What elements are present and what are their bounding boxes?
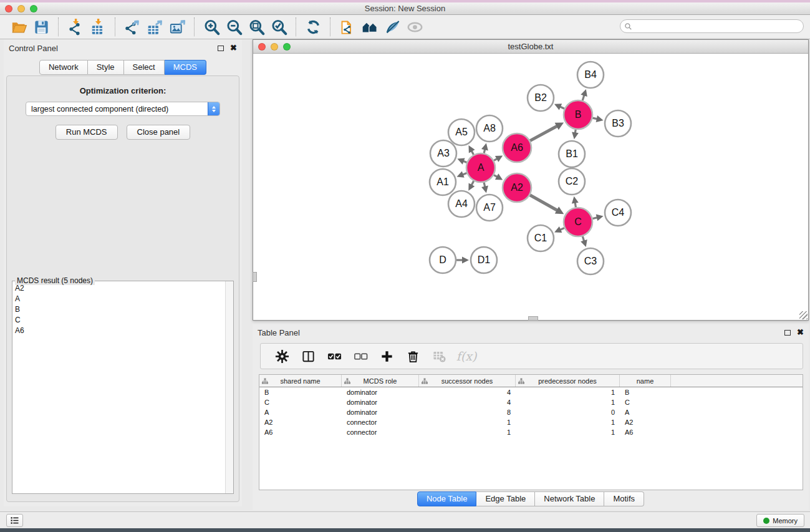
graph-node-D[interactable]: D [430,247,456,273]
graph-node-C1[interactable]: C1 [528,225,554,251]
import-table-button[interactable] [87,16,109,37]
tab-node-table[interactable]: Node Table [417,491,477,506]
graph-node-C4[interactable]: C4 [605,200,631,226]
table-cell[interactable]: B [620,389,671,396]
mcds-result-item[interactable]: C [12,314,225,325]
table-cell[interactable]: 1 [516,389,620,396]
mcds-result-item[interactable]: B [12,304,225,314]
table-cell[interactable]: 1 [419,418,516,426]
table-cell[interactable]: A6 [259,428,342,436]
table-cell[interactable]: C [259,399,342,406]
select-all-rows-button[interactable] [323,346,345,367]
bottom-panel-handle[interactable] [528,316,538,321]
toggle-bird-view-button[interactable] [403,16,426,37]
show-hide-graphics-details-button[interactable] [381,16,403,37]
task-history-button[interactable] [6,514,23,527]
mcds-result-scrollbar[interactable] [225,281,233,493]
table-cell[interactable]: 1 [516,399,620,406]
float-panel-icon[interactable] [218,46,224,51]
window-resize-grip[interactable] [799,311,808,319]
mcds-result-item[interactable]: A2 [12,283,225,293]
deselect-all-rows-button[interactable] [349,346,372,367]
table-cell[interactable]: 8 [419,409,516,416]
column-header-successor-nodes[interactable]: successor nodes [419,375,516,387]
table-cell[interactable]: 1 [516,428,620,436]
graph-node-B4[interactable]: B4 [577,62,604,88]
tab-mcds[interactable]: MCDS [165,60,206,75]
show-columns-button[interactable] [297,346,319,367]
function-builder-button[interactable]: f(x) [454,346,476,367]
tab-motifs[interactable]: Motifs [604,491,644,506]
table-cell[interactable]: 1 [419,428,516,436]
table-cell[interactable]: A2 [259,418,342,426]
search-input[interactable] [632,21,803,32]
close-panel-button[interactable]: Close panel [127,125,191,140]
table-cell[interactable]: dominator [342,409,419,416]
table-cell[interactable]: 0 [516,409,620,416]
search-box[interactable] [620,19,804,33]
tab-style[interactable]: Style [88,60,124,75]
table-cell[interactable]: 1 [516,418,620,426]
run-mcds-button[interactable]: Run MCDS [55,125,118,140]
graph-node-A8[interactable]: A8 [476,115,503,142]
tab-network[interactable]: Network [39,60,88,75]
edge-A2-C[interactable] [530,195,560,212]
export-table-button[interactable] [143,16,166,37]
table-cell[interactable]: 4 [419,389,516,396]
table-cell[interactable]: 4 [419,399,516,406]
table-row[interactable]: Bdominator41B [259,387,803,397]
create-column-button[interactable] [375,346,398,367]
criterion-select[interactable]: largest connected component (directed) [26,102,220,116]
zoom-in-button[interactable] [200,16,223,37]
graph-node-A6[interactable]: A6 [503,133,531,162]
table-cell[interactable]: A [259,409,342,416]
graph-node-C3[interactable]: C3 [577,248,604,274]
table-cell[interactable]: A2 [620,418,671,426]
graph-node-C[interactable]: C [564,208,592,236]
edge-A6-B[interactable] [530,125,560,141]
mcds-result-item[interactable]: A [12,293,225,304]
graph-node-C2[interactable]: C2 [559,168,585,195]
import-network-button[interactable] [64,16,87,37]
new-network-from-selection-button[interactable] [336,16,359,37]
apply-layout-button[interactable] [302,16,324,37]
graph-node-B1[interactable]: B1 [559,141,585,167]
column-header-name[interactable]: name [620,375,671,387]
table-cell[interactable]: dominator [342,389,419,396]
open-file-button[interactable] [7,16,30,37]
graph-node-B[interactable]: B [564,100,592,129]
first-neighbors-button[interactable] [359,16,381,37]
zoom-selected-button[interactable] [268,16,290,37]
graph-node-B2[interactable]: B2 [528,85,554,111]
graph-node-A3[interactable]: A3 [430,140,456,167]
column-header-predecessor-nodes[interactable]: predecessor nodes [516,375,620,387]
graph-node-B3[interactable]: B3 [605,110,631,137]
delete-table-button[interactable] [428,346,450,367]
delete-columns-button[interactable] [402,346,424,367]
table-cell[interactable]: A [620,409,671,416]
graph-node-A[interactable]: A [466,153,495,182]
graph-node-A4[interactable]: A4 [448,191,475,217]
table-cell[interactable]: A6 [620,428,671,436]
memory-button[interactable]: Memory [756,514,804,527]
close-panel-icon[interactable]: ✖ [230,45,237,51]
graph-node-A7[interactable]: A7 [476,195,503,221]
graph-node-D1[interactable]: D1 [471,247,497,273]
column-header-shared-name[interactable]: shared name [259,375,342,387]
save-session-button[interactable] [30,16,52,37]
zoom-fit-button[interactable] [245,16,268,37]
left-panel-handle[interactable] [253,272,257,282]
table-cell[interactable]: connector [342,428,419,436]
close-table-panel-icon[interactable]: ✖ [797,329,804,336]
table-settings-button[interactable] [271,346,293,367]
table-row[interactable]: A2connector11A2 [259,417,803,427]
tab-edge-table[interactable]: Edge Table [476,491,535,506]
export-network-button[interactable] [121,16,143,37]
float-table-panel-icon[interactable] [784,330,791,336]
table-cell[interactable]: B [259,389,342,396]
export-image-button[interactable] [166,16,188,37]
table-row[interactable]: A6connector11A6 [259,427,803,437]
table-row[interactable]: Cdominator41C [259,397,803,407]
table-cell[interactable]: connector [342,418,419,426]
column-header-MCDS-role[interactable]: MCDS role [342,375,419,387]
